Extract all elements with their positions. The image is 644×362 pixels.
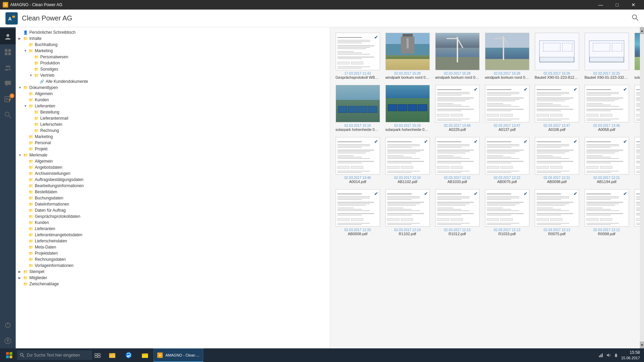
file-item[interactable]: ✔	[585, 85, 629, 132]
nav-tasks-icon[interactable]: 3	[0, 91, 16, 107]
start-button[interactable]	[1, 348, 17, 362]
file-item[interactable]: ✔	[535, 189, 579, 236]
sidebar-tree-item[interactable]: 📁Auftragsbestätigungsdaten	[16, 177, 330, 183]
sidebar-tree-item[interactable]: 📁Sonstiges	[16, 66, 330, 72]
file-item[interactable]: ✔	[336, 189, 380, 236]
sidebar-tree-item[interactable]: 📁Bearbeitungsinformationen	[16, 183, 330, 189]
taskbar-search[interactable]: Zur Suche Text hier eingeben	[17, 350, 92, 360]
sidebar-tree-item[interactable]: ▼📁Lieferanten	[16, 103, 330, 109]
sidebar-tree-item[interactable]: ▼📁Marketing	[16, 48, 330, 54]
sidebar-tree-item[interactable]: 📁Vorlageinformationen	[16, 262, 330, 269]
sidebar-tree-item[interactable]: 📁Daten für Auftrag	[16, 207, 330, 213]
file-item[interactable]: 02.03.2017 15:28windpark borkum nord 000…	[385, 33, 430, 79]
sidebar-tree-item[interactable]: 📁Lieferscheindaten	[16, 238, 330, 244]
sidebar-tree-item[interactable]: 📁Projekt	[16, 146, 330, 152]
file-item[interactable]: ✔	[634, 85, 640, 132]
file-item[interactable]: ✔	[634, 189, 640, 236]
nav-home-icon[interactable]	[0, 29, 16, 44]
taskbar-app-filemanager[interactable]	[137, 348, 153, 362]
file-item[interactable]: ✔	[435, 85, 480, 132]
nav-power-icon[interactable]	[0, 317, 16, 333]
sidebar-tree-item[interactable]: 🔗Alle Kundendokumente	[16, 78, 330, 85]
sidebar-tree-item[interactable]: 📁Allgemein	[16, 158, 330, 164]
file-date: 02.03.2017 15:28	[394, 72, 421, 75]
file-item[interactable]: ✔	[336, 33, 380, 79]
file-item[interactable]: ✔	[435, 137, 480, 184]
nav-grid-icon[interactable]	[0, 44, 16, 60]
sidebar-tree-item[interactable]: 📁Kunden	[16, 97, 330, 103]
file-item[interactable]: 02.03.2017 15:28windpark borkum nord 000…	[435, 33, 480, 79]
scroll-up-arrow[interactable]: ▲	[640, 27, 644, 34]
check-icon: ✔	[573, 139, 577, 144]
sidebar-tree-item[interactable]: ▼📁Merkmale	[16, 152, 330, 158]
file-item[interactable]: 02.03.2017 15:25Bauteil X90-01-223-332.D…	[585, 33, 629, 79]
file-item[interactable]: ✔	[385, 189, 430, 236]
file-item[interactable]: ✔	[336, 137, 380, 184]
sidebar-tree-item[interactable]: ▼📁Dokumenttypen	[16, 85, 330, 91]
task-view-button[interactable]	[92, 348, 103, 362]
file-date: 02.03.2017 15:28	[444, 72, 471, 75]
nav-search-icon[interactable]	[0, 107, 16, 123]
file-item[interactable]: 02.03.2017 15:26Bauteil X90-01-223-812.D…	[535, 33, 579, 79]
file-item[interactable]: ✔	[535, 137, 579, 184]
nav-users-icon[interactable]	[0, 60, 16, 76]
sidebar-tree-item[interactable]: ▼📁Vertrieb	[16, 72, 330, 78]
svg-rect-31	[98, 353, 100, 355]
sidebar-tree-item[interactable]: 📁Lieferschein	[16, 121, 330, 127]
file-item[interactable]: ✔	[485, 137, 529, 184]
taskbar-app-edge[interactable]	[121, 348, 136, 362]
sidebar-tree-item[interactable]: 📁Buchungsdaten	[16, 195, 330, 201]
sidebar-tree-item[interactable]: 📁Rechnungsdaten	[16, 256, 330, 262]
nav-chat-icon[interactable]	[0, 76, 16, 91]
file-item[interactable]: ✔	[485, 85, 529, 132]
file-item[interactable]: 02.03.2017 15:28windpark borkum nord 000…	[485, 33, 529, 79]
file-item[interactable]: ✔	[585, 189, 629, 236]
file-grid-scroll[interactable]: ✔	[330, 27, 640, 348]
file-item[interactable]: ✔	[385, 137, 430, 184]
file-item[interactable]: 02.03.2017 15:18solarpark hohenheide 000…	[385, 85, 430, 132]
file-item[interactable]: ✔	[485, 189, 529, 236]
file-item[interactable]: ✔	[634, 137, 640, 184]
sidebar-tree-item[interactable]: 📁Bestelldaten	[16, 189, 330, 195]
sidebar-tree-item[interactable]: 📁Projektdaten	[16, 250, 330, 256]
sidebar-tree-item[interactable]: ▶📁Inhalte	[16, 35, 330, 42]
maximize-button[interactable]: □	[609, 0, 625, 10]
sidebar-tree-item[interactable]: 📁Lieferantenangebotsdaten	[16, 232, 330, 238]
sidebar-tree-item[interactable]: 📁Kunden	[16, 220, 330, 226]
tree-toggle-icon: ▼	[18, 86, 23, 89]
tree-item-label: Lieferschein	[40, 122, 62, 127]
file-item[interactable]: 02.03.2017 15:18solarpark hohenheide 000…	[634, 33, 640, 79]
sidebar-tree-item[interactable]: 📁Lieferantenmail	[16, 115, 330, 121]
sidebar-tree-item[interactable]: 📁Meta-Daten	[16, 244, 330, 250]
sidebar-tree-item[interactable]: 📁Rechnung	[16, 127, 330, 134]
sidebar-tree-item[interactable]: 📁Gesprächsprotokolldaten	[16, 213, 330, 220]
sidebar-tree-item[interactable]: 📁Bestellung	[16, 109, 330, 115]
close-button[interactable]: ✕	[626, 0, 641, 10]
sidebar-tree-item[interactable]: ▶📁Mitglieder	[16, 275, 330, 281]
sidebar-tree-item[interactable]: ▶📁Stempel	[16, 269, 330, 275]
minimize-button[interactable]: —	[593, 0, 609, 10]
file-item[interactable]: ✔	[535, 85, 579, 132]
sidebar-tree-item[interactable]: 📁Marketing	[16, 134, 330, 140]
file-item[interactable]: 02.03.2017 15:18solarpark hohenheide 000…	[336, 85, 380, 132]
taskbar-clock[interactable]: 15:58 15.06.2017	[621, 350, 640, 360]
sidebar-tree-item[interactable]: 📁Lieferanten	[16, 226, 330, 232]
file-item[interactable]: ✔	[435, 189, 480, 236]
sidebar-tree-item[interactable]: 📁Archiveinstellungen	[16, 170, 330, 177]
taskbar-app-explorer[interactable]	[104, 348, 120, 362]
sidebar-tree-item[interactable]: 📁Personal	[16, 140, 330, 146]
sidebar-tree-item[interactable]: 📁Personalwesen	[16, 54, 330, 60]
sidebar-tree-item[interactable]: 📁Buchhaltung	[16, 42, 330, 48]
sidebar-tree-item[interactable]: 👤Persönlicher Schreibtisch	[16, 29, 330, 35]
tree-folder-icon: 📁	[23, 153, 28, 157]
nav-settings-icon[interactable]	[0, 333, 16, 348]
sidebar-tree-item[interactable]: 📁Angebotsdaten	[16, 164, 330, 170]
sidebar-tree-item[interactable]: 📁Dateiinformationen	[16, 201, 330, 207]
scroll-down-arrow[interactable]: ▼	[640, 342, 644, 348]
sidebar-tree-item[interactable]: 📁Zwischenablage	[16, 281, 330, 287]
file-item[interactable]: ✔	[585, 137, 629, 184]
taskbar-app-amagno[interactable]: A AMAGNO - Clean ...	[153, 348, 203, 362]
header-search-icon[interactable]	[632, 14, 639, 22]
sidebar-tree-item[interactable]: 📁Allgemein	[16, 91, 330, 97]
sidebar-tree-item[interactable]: 📁Produktion	[16, 60, 330, 66]
